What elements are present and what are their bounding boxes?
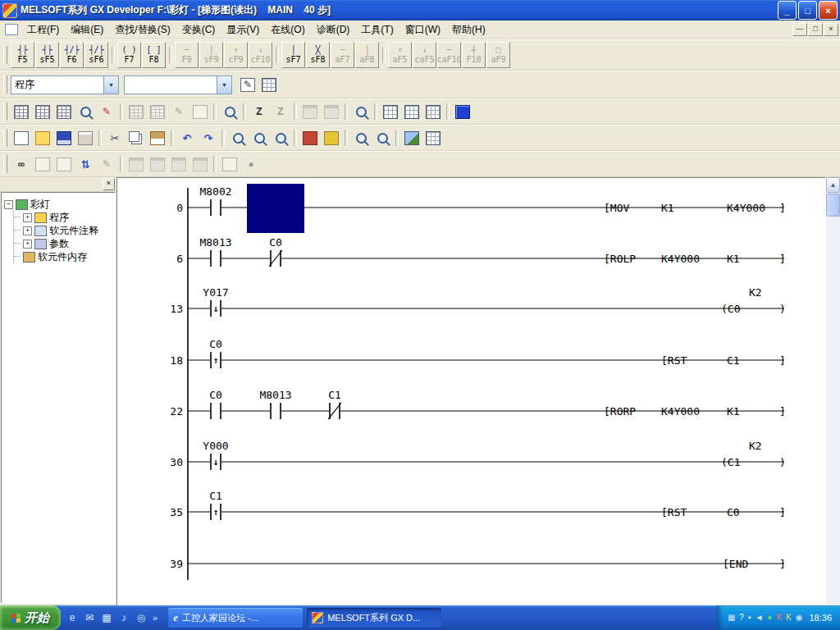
open-button[interactable] — [32, 128, 53, 148]
fkey-cf10-button[interactable]: ↓cF10 — [249, 42, 272, 68]
mdi-restore-button[interactable]: □ — [808, 23, 823, 36]
window-gray2-button[interactable] — [321, 102, 342, 122]
toolbar-grip[interactable] — [3, 75, 7, 94]
quick-launch-more-icon[interactable]: » — [151, 613, 159, 623]
monitor-z-stop-button[interactable]: Z — [270, 102, 291, 122]
tree-root-item[interactable]: −彩灯 — [4, 198, 112, 211]
grid-magnifier-button[interactable] — [219, 102, 240, 122]
cut-button[interactable]: ✂ — [104, 128, 126, 148]
grid-view-button[interactable] — [422, 128, 444, 148]
ladder-rung-35[interactable]: 35↑C1[RSTC0] — [170, 490, 785, 520]
find-device-button[interactable] — [249, 128, 270, 148]
tree-item[interactable]: +软元件注释 — [14, 224, 112, 237]
start-button[interactable]: 开始 — [0, 605, 61, 630]
mark-yellow-button[interactable] — [321, 128, 342, 148]
minimize-button[interactable]: _ — [778, 1, 797, 20]
doc-find-a-button[interactable] — [32, 154, 53, 175]
chevron-down-icon[interactable]: ▼ — [217, 76, 231, 94]
show-desktop-icon[interactable]: ▦ — [99, 610, 114, 625]
window-gray-button[interactable] — [299, 102, 321, 122]
menu-item[interactable]: 工程(F) — [21, 21, 65, 39]
window-c-button[interactable] — [168, 154, 189, 175]
menu-item[interactable]: 编辑(E) — [65, 21, 109, 39]
fkey-af8-button[interactable]: │aF8 — [355, 42, 379, 68]
table-gray-button[interactable] — [126, 102, 147, 122]
doc-edit-button[interactable]: ✎ — [237, 75, 258, 95]
fkey-cf9-button[interactable]: ↑cF9 — [224, 42, 248, 68]
grid-io2-button[interactable] — [401, 102, 422, 122]
ladder-rung-6[interactable]: 6M8013C0[ROLPK4Y000K1] — [176, 236, 786, 267]
mdi-minimize-button[interactable]: — — [792, 23, 807, 36]
mail-icon[interactable]: ✉ — [82, 610, 97, 625]
tree-panel-close-button[interactable]: × — [103, 178, 115, 190]
doc-magnifier-button[interactable] — [75, 102, 96, 122]
expand-box-icon[interactable]: + — [23, 213, 32, 222]
expand-box-icon[interactable]: + — [23, 240, 32, 249]
mdi-close-button[interactable]: × — [824, 23, 838, 36]
ladder-rung-39[interactable]: 39[END] — [170, 558, 785, 570]
maximize-button[interactable]: □ — [798, 1, 817, 20]
monitor-z-button[interactable]: Z — [249, 102, 270, 122]
window-a-button[interactable] — [126, 154, 147, 175]
menu-item[interactable]: 在线(O) — [265, 21, 310, 39]
table-gray2-button[interactable] — [147, 102, 168, 122]
toolbar-grip[interactable] — [3, 46, 7, 64]
fkey-f5-button[interactable]: ┤├F5 — [11, 42, 34, 68]
binoculars-button[interactable]: ∞ — [11, 154, 32, 175]
program-combo[interactable]: 程序 ▼ — [11, 75, 119, 94]
task-button[interactable]: MELSOFT系列 GX D... — [307, 608, 441, 628]
fkey-f6-button[interactable]: ┤/├F6 — [60, 42, 84, 68]
zoom-out-button[interactable] — [350, 128, 372, 148]
menu-item[interactable]: 查找/替换(S) — [109, 21, 176, 39]
screen-button[interactable] — [401, 128, 422, 148]
ladder-rung-0[interactable]: 0M8002[MOVK1K4Y000] — [176, 184, 786, 233]
kingsoft-gold-tray-icon[interactable]: K — [786, 614, 792, 622]
ladder-rung-13[interactable]: 13↓Y017(C0K2) — [170, 286, 785, 317]
tree-item[interactable]: 软元件内存 — [14, 250, 112, 263]
zoom-in-button[interactable] — [372, 128, 393, 148]
fkey-sf8-button[interactable]: ╳sF8 — [306, 42, 330, 68]
scrollbar-track[interactable] — [826, 217, 840, 606]
device-table-button[interactable] — [32, 102, 53, 122]
task-button[interactable]: e工控人家园论坛 -... — [168, 608, 303, 628]
help-tray-icon[interactable]: ? — [739, 614, 744, 622]
pencil-find-button[interactable]: ✎ — [96, 154, 117, 175]
sort-arrows-button[interactable]: ⇅ — [75, 154, 96, 175]
fkey-sf9-button[interactable]: │sF9 — [199, 42, 223, 68]
fkey-f7-button[interactable]: ( )F7 — [117, 42, 141, 68]
menu-item[interactable]: 窗口(W) — [399, 21, 446, 39]
pencil-red-button[interactable]: ✎ — [96, 102, 117, 122]
collapse-box-icon[interactable]: − — [4, 200, 13, 209]
menu-item[interactable]: 帮助(H) — [446, 21, 491, 39]
menu-item[interactable]: 显示(V) — [221, 21, 265, 39]
monitor-blue-button[interactable] — [452, 102, 473, 122]
print-button[interactable] — [75, 128, 96, 148]
stop-button[interactable]: ● — [240, 154, 262, 175]
ladder-rung-30[interactable]: 30↓Y000(C1K2) — [170, 440, 785, 470]
window-d-button[interactable] — [189, 154, 211, 175]
tree-item[interactable]: +程序 — [14, 211, 112, 224]
fkey-sf5-button[interactable]: ┤├sF5 — [35, 42, 59, 68]
save-button[interactable] — [53, 128, 75, 148]
toolbar-grip[interactable] — [3, 155, 7, 173]
tree-item[interactable]: +参数 — [14, 237, 112, 250]
fkey-f10-button[interactable]: ┼F10 — [462, 42, 486, 68]
fkey-f9-button[interactable]: ─F9 — [175, 42, 199, 68]
doc-find-c-button[interactable] — [219, 154, 240, 175]
volume-tray-icon[interactable]: ◄ — [755, 614, 763, 622]
parameter-table-button[interactable] — [11, 102, 32, 122]
ladder-editor[interactable]: 0M8002[MOVK1K4Y000]6M8013C0[ROLPK4Y000K1… — [116, 177, 826, 622]
antivirus-green-tray-icon[interactable]: ● — [767, 614, 772, 622]
fkey-sf7-button[interactable]: │sF7 — [281, 42, 305, 68]
fkey-caf5-button[interactable]: ↓caF5 — [413, 42, 436, 68]
fkey-sf6-button[interactable]: ┤/├sF6 — [84, 42, 108, 68]
doc-find-b-button[interactable] — [53, 154, 75, 175]
toolbar-grip[interactable] — [3, 103, 7, 121]
menu-item[interactable]: 工具(T) — [355, 21, 399, 39]
fkey-caf10-button[interactable]: ─caF10 — [437, 42, 461, 68]
find-button[interactable] — [227, 128, 249, 148]
redo-button[interactable]: ↷ — [198, 128, 219, 148]
new-button[interactable] — [11, 128, 32, 148]
mdi-child-icon[interactable] — [5, 24, 18, 35]
messenger-icon[interactable]: ◎ — [134, 610, 148, 625]
